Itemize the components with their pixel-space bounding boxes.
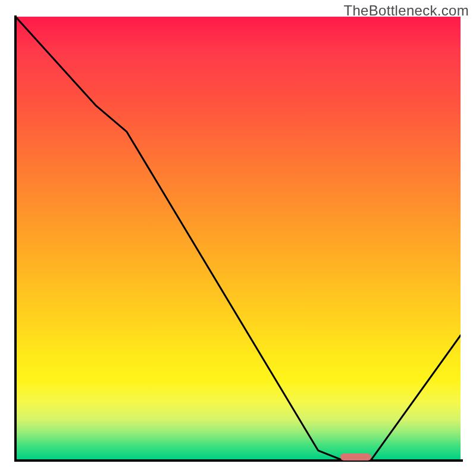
x-axis bbox=[14, 459, 463, 462]
y-axis bbox=[14, 15, 17, 462]
watermark-text: TheBottleneck.com bbox=[343, 2, 469, 19]
chart-frame: TheBottleneck.com bbox=[0, 0, 476, 476]
curve-layer bbox=[15, 17, 461, 459]
optimal-range-marker bbox=[340, 453, 371, 461]
bottleneck-curve bbox=[15, 17, 461, 459]
